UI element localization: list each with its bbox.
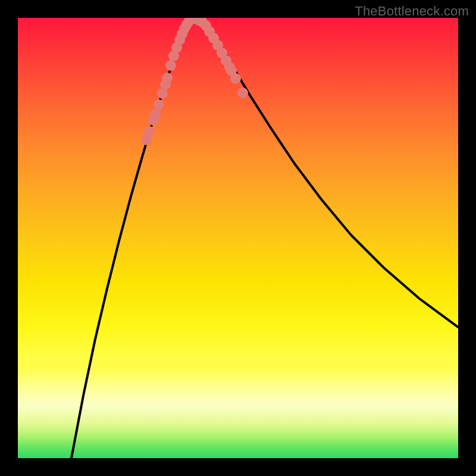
chart-marker [237, 87, 248, 98]
chart-marker [144, 126, 155, 137]
chart-curve [71, 24, 187, 458]
chart-marker [230, 73, 241, 84]
chart-marker [201, 20, 211, 31]
chart-marker [160, 79, 171, 90]
chart-marker [185, 18, 196, 24]
chart-overlay [18, 18, 458, 458]
watermark-text: TheBottleneck.com [355, 4, 469, 19]
chart-marker [174, 35, 185, 45]
chart-marker [212, 40, 223, 51]
plot-area [18, 18, 458, 458]
chart-marker [168, 51, 179, 61]
chart-marker [179, 23, 190, 34]
chart-marker [208, 33, 219, 43]
chart-marker [165, 60, 176, 71]
chart-frame: TheBottleneck.com [0, 0, 476, 476]
chart-marker [154, 99, 164, 110]
chart-marker [193, 18, 204, 26]
chart-marker [148, 115, 159, 126]
chart-marker [157, 88, 168, 99]
chart-marker [171, 42, 182, 53]
chart-curve [202, 21, 458, 327]
chart-marker [226, 65, 237, 76]
chart-marker [187, 18, 198, 24]
chart-marker [177, 29, 187, 39]
chart-marker [217, 48, 227, 58]
chart-marker [141, 134, 152, 145]
chart-marker [197, 18, 208, 27]
chart-marker [162, 73, 173, 83]
chart-marker [190, 18, 201, 24]
chart-marker [184, 18, 195, 26]
chart-marker [181, 19, 192, 30]
chart-marker [221, 55, 231, 66]
chart-marker [204, 26, 215, 37]
chart-marker [224, 62, 235, 73]
chart-marker [150, 109, 161, 120]
